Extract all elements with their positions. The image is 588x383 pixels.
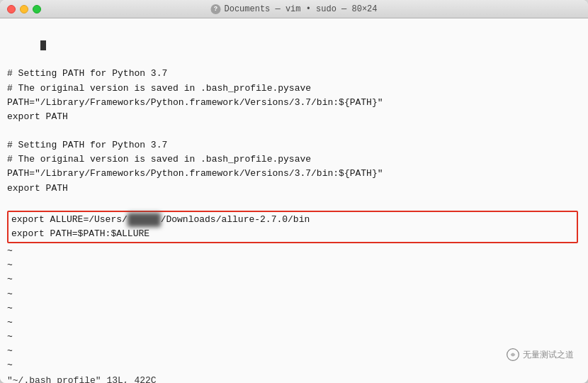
window-title: ? Documents — vim • sudo — 80×24 [210,4,377,14]
tilde-line2: ~ [7,258,581,272]
line-allure2: export PATH=$PATH:$ALLURE [11,227,574,241]
minimize-button[interactable] [20,5,28,13]
tilde-line3: ~ [7,272,581,287]
highlighted-section: export ALLURE=/Users/██████/Downloads/al… [7,211,578,243]
line-comment3: # Setting PATH for Python 3.7 [7,138,581,152]
tilde-line5: ~ [7,301,581,316]
line-path2: PATH="/Library/Frameworks/Python.framewo… [7,167,581,181]
traffic-lights [7,5,41,13]
empty-line1 [7,124,581,138]
watermark: 无量测试之道 [506,348,574,362]
tilde-line4: ~ [7,287,581,301]
tilde-line6: ~ [7,316,581,330]
line-path1: PATH="/Library/Frameworks/Python.framewo… [7,96,581,110]
maximize-button[interactable] [33,5,41,13]
terminal-window: ? Documents — vim • sudo — 80×24 # Setti… [0,0,588,383]
line-comment4: # The original version is saved in .bash… [7,152,581,167]
question-icon: ? [210,4,220,14]
watermark-icon [506,348,520,362]
tilde-line8: ~ [7,344,581,358]
line-allure1: export ALLURE=/Users/██████/Downloads/al… [11,213,574,227]
line-export1: export PATH [7,110,581,124]
tilde-line9: ~ [7,358,581,372]
empty-line2 [7,196,581,210]
titlebar: ? Documents — vim • sudo — 80×24 [0,0,588,18]
line-comment2: # The original version is saved in .bash… [7,82,581,96]
close-button[interactable] [7,5,16,13]
status-line: "~/.bash_profile" 13L, 422C [7,374,581,383]
terminal-body[interactable]: # Setting PATH for Python 3.7 # The orig… [0,18,588,383]
cursor [40,40,46,50]
line-export2: export PATH [7,182,581,196]
line-comment1: # Setting PATH for Python 3.7 [7,67,581,81]
redacted-username: ██████ [128,213,161,227]
tilde-line7: ~ [7,330,581,344]
tilde-line1: ~ [7,244,581,258]
cursor-line [7,24,581,67]
